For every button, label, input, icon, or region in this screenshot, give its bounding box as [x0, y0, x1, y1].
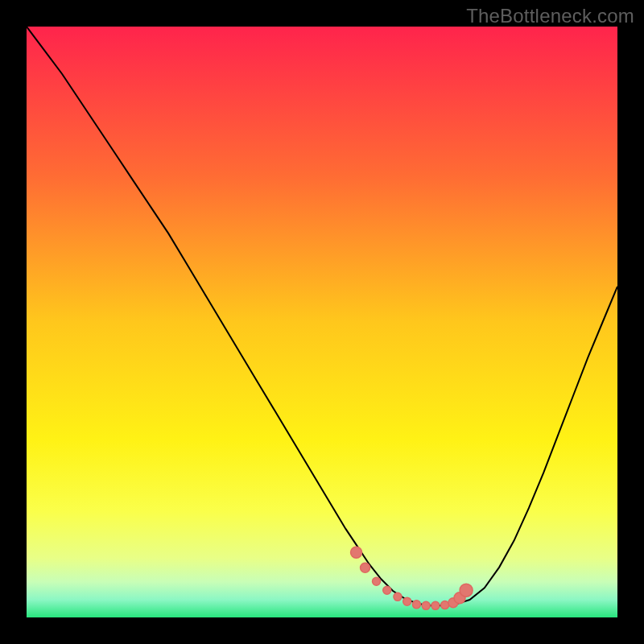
chart-plot-area	[27, 27, 617, 617]
marker-dot	[361, 563, 370, 572]
chart-svg	[27, 27, 617, 617]
marker-dot	[394, 592, 402, 601]
watermark-text: TheBottleneck.com	[466, 5, 634, 27]
marker-dot	[422, 601, 430, 609]
chart-frame: TheBottleneck.com	[0, 0, 644, 644]
marker-dot	[412, 601, 420, 609]
marker-dot	[441, 601, 449, 609]
marker-dot	[403, 597, 411, 605]
marker-dot	[383, 586, 391, 594]
gradient-background	[27, 27, 617, 617]
marker-dot	[351, 547, 362, 558]
marker-dot	[431, 601, 440, 609]
marker-dot	[373, 577, 381, 585]
marker-dot	[460, 584, 473, 597]
